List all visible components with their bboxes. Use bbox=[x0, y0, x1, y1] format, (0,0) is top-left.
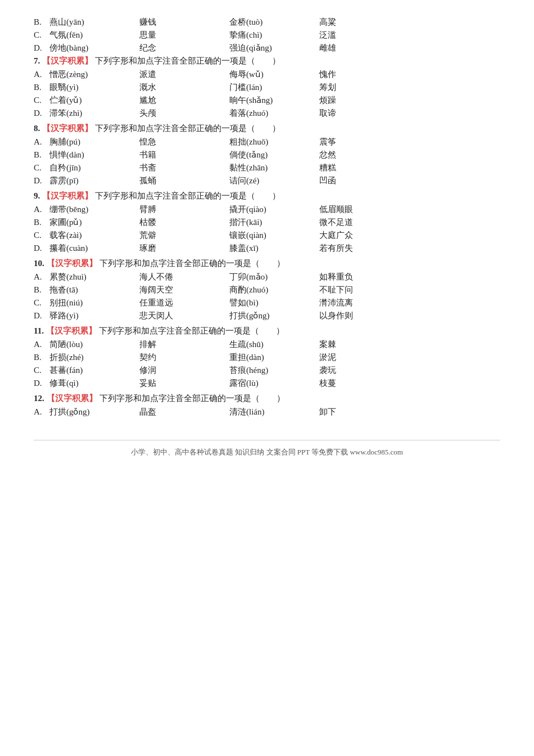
option-items-D: 傍地(bàng) 纪念 强迫(qiǎng) 雌雄 bbox=[49, 43, 392, 53]
option-row-q1-0: A.胸脯(pú)惶急粗拙(zhuō)震筝 bbox=[34, 137, 500, 147]
option-item-q2-0-3: 低眉顺眼 bbox=[319, 204, 392, 215]
question-tag-5: 【汉字积累】 bbox=[47, 393, 97, 404]
option-item-q3-1-2: 商酌(zhuó) bbox=[229, 285, 302, 295]
option-letter-B: B. bbox=[34, 17, 49, 27]
option-letter-q1-3: D. bbox=[34, 176, 49, 186]
option-row-q0-1: B.眼翳(yì)溉水门槛(lán)筹划 bbox=[34, 82, 500, 93]
option-item-q1-0-2: 粗拙(zhuō) bbox=[229, 137, 302, 147]
item-b1: 燕山(yān) bbox=[49, 17, 123, 28]
item-d2: 纪念 bbox=[139, 43, 212, 53]
question-number-5: 12. bbox=[34, 394, 44, 403]
question-7: 7.【汉字积累】下列字形和加点字注音全部正确的一项是（ ）A.憎恶(zèng)派… bbox=[34, 56, 500, 119]
option-row-q4-1: B.折损(zhé)契约重担(dàn)淤泥 bbox=[34, 352, 500, 363]
option-item-q0-2-2: 晌午(shǎng) bbox=[229, 95, 302, 106]
question-9: 9.【汉字积累】下列字形和加点字注音全部正确的一项是（ ）A.绷带(bēng)臂… bbox=[34, 191, 500, 254]
option-item-q3-3-0: 驿路(yì) bbox=[49, 310, 123, 321]
option-item-q0-3-1: 头颅 bbox=[139, 108, 212, 119]
option-item-q2-0-0: 绷带(bēng) bbox=[49, 204, 123, 215]
option-item-q3-2-2: 譬如(bì) bbox=[229, 298, 302, 308]
item-c2: 思量 bbox=[139, 30, 212, 40]
option-item-q2-1-0: 家圃(pǔ) bbox=[49, 217, 123, 228]
option-item-q0-0-0: 憎恶(zèng) bbox=[49, 69, 123, 80]
option-item-q4-0-3: 案棘 bbox=[319, 339, 392, 350]
questions-container: 7.【汉字积累】下列字形和加点字注音全部正确的一项是（ ）A.憎恶(zèng)派… bbox=[34, 56, 500, 417]
option-item-q2-3-1: 琢磨 bbox=[139, 243, 212, 254]
question-number-4: 11. bbox=[34, 326, 44, 336]
option-items-q3-2: 别扭(niú)任重道远譬如(bì)潸沛流离 bbox=[49, 298, 392, 308]
option-item-q5-0-1: 晶盔 bbox=[139, 407, 212, 417]
option-item-q4-0-0: 简陋(lòu) bbox=[49, 339, 123, 350]
option-letter-q0-1: B. bbox=[34, 83, 49, 92]
option-item-q4-1-2: 重担(dàn) bbox=[229, 352, 302, 363]
option-row-q0-3: D.滞笨(zhì)头颅着落(zhuó)取谛 bbox=[34, 108, 500, 119]
question-header-0: 7.【汉字积累】下列字形和加点字注音全部正确的一项是（ ） bbox=[34, 56, 500, 66]
option-item-q4-1-0: 折损(zhé) bbox=[49, 352, 123, 363]
option-item-q1-3-3: 凹函 bbox=[319, 176, 392, 186]
option-letter-q0-0: A. bbox=[34, 70, 49, 79]
item-b2: 赚钱 bbox=[139, 17, 212, 28]
option-letter-q4-2: C. bbox=[34, 366, 49, 375]
question-header-3: 10.【汉字积累】下列字形和加点字注音全部正确的一项是（ ） bbox=[34, 258, 500, 269]
option-row-q3-2: C.别扭(niú)任重道远譬如(bì)潸沛流离 bbox=[34, 298, 500, 308]
option-letter-q1-1: B. bbox=[34, 150, 49, 160]
option-item-q4-0-2: 生疏(shū) bbox=[229, 339, 302, 350]
question-header-1: 8.【汉字积累】下列字形和加点字注音全部正确的一项是（ ） bbox=[34, 123, 500, 134]
option-item-q2-2-2: 镶嵌(qiàn) bbox=[229, 230, 302, 241]
footer-text: 小学、初中、高中各种试卷真题 知识归纳 文案合同 PPT 等免费下载 www.d… bbox=[131, 448, 403, 456]
item-b3: 金桥(tuò) bbox=[229, 17, 302, 28]
option-letter-D: D. bbox=[34, 43, 49, 53]
option-item-q2-1-1: 枯髅 bbox=[139, 217, 212, 228]
option-item-q1-1-1: 书籍 bbox=[139, 150, 212, 160]
option-items-C: 气氛(fēn) 思量 挚痛(chì) 泛滥 bbox=[49, 30, 392, 40]
question-number-0: 7. bbox=[34, 56, 40, 66]
item-c4: 泛滥 bbox=[319, 30, 392, 40]
option-item-q0-0-2: 侮辱(wǔ) bbox=[229, 69, 302, 80]
option-item-q2-0-1: 臂膊 bbox=[139, 204, 212, 215]
option-items-q0-2: 伫着(yǔ)尴尬晌午(shǎng)烦躁 bbox=[49, 95, 392, 106]
option-letter-q0-2: C. bbox=[34, 96, 49, 105]
option-item-q4-3-0: 修葺(qì) bbox=[49, 378, 123, 389]
question-header-4: 11.【汉字积累】下列字形和加点字注音全部正确的一项是（ ） bbox=[34, 326, 500, 336]
top-options-section: B. 燕山(yān) 赚钱 金桥(tuò) 高粱 C. 气氛(fēn) 思量 挚… bbox=[34, 17, 500, 53]
option-letter-q3-1: B. bbox=[34, 285, 49, 295]
question-number-1: 8. bbox=[34, 124, 40, 133]
option-item-q1-2-3: 糟糕 bbox=[319, 163, 392, 173]
option-item-q4-2-0: 甚蕃(fán) bbox=[49, 365, 123, 376]
option-item-q3-0-2: 丁卯(mǎo) bbox=[229, 272, 302, 282]
option-item-q1-1-0: 惧惮(dàn) bbox=[49, 150, 123, 160]
option-item-q3-0-0: 累赘(zhuì) bbox=[49, 272, 123, 282]
option-item-q4-0-1: 排解 bbox=[139, 339, 212, 350]
question-10: 10.【汉字积累】下列字形和加点字注音全部正确的一项是（ ）A.累赘(zhuì)… bbox=[34, 258, 500, 321]
option-items-q0-3: 滞笨(zhì)头颅着落(zhuó)取谛 bbox=[49, 108, 392, 119]
option-items-B: 燕山(yān) 赚钱 金桥(tuò) 高粱 bbox=[49, 17, 392, 28]
item-d3: 强迫(qiǎng) bbox=[229, 43, 302, 53]
option-items-q4-2: 甚蕃(fán)修润苔痕(héng)袭玩 bbox=[49, 365, 392, 376]
option-item-q2-1-2: 揩汗(kāi) bbox=[229, 217, 302, 228]
option-items-q0-1: 眼翳(yì)溉水门槛(lán)筹划 bbox=[49, 82, 392, 93]
option-letter-q4-3: D. bbox=[34, 379, 49, 388]
question-header-2: 9.【汉字积累】下列字形和加点字注音全部正确的一项是（ ） bbox=[34, 191, 500, 201]
option-item-q0-3-0: 滞笨(zhì) bbox=[49, 108, 123, 119]
option-row-q2-0: A.绷带(bēng)臂膊撬开(qiào)低眉顺眼 bbox=[34, 204, 500, 215]
option-item-q1-2-0: 自矜(jīn) bbox=[49, 163, 123, 173]
question-intro-5: 下列字形和加点字注音全部正确的一项是（ ） bbox=[99, 393, 285, 404]
option-row-q3-0: A.累赘(zhuì)海人不倦丁卯(mǎo)如释重负 bbox=[34, 272, 500, 282]
option-row-q0-2: C.伫着(yǔ)尴尬晌午(shǎng)烦躁 bbox=[34, 95, 500, 106]
option-items-q1-0: 胸脯(pú)惶急粗拙(zhuō)震筝 bbox=[49, 137, 392, 147]
question-8: 8.【汉字积累】下列字形和加点字注音全部正确的一项是（ ）A.胸脯(pú)惶急粗… bbox=[34, 123, 500, 186]
option-letter-q4-1: B. bbox=[34, 353, 49, 362]
option-item-q1-0-1: 惶急 bbox=[139, 137, 212, 147]
option-item-q3-2-0: 别扭(niú) bbox=[49, 298, 123, 308]
option-item-q3-3-3: 以身作则 bbox=[319, 310, 392, 321]
option-item-q3-3-2: 打拱(gǒng) bbox=[229, 310, 302, 321]
option-letter-q2-0: A. bbox=[34, 205, 49, 214]
option-item-q1-0-3: 震筝 bbox=[319, 137, 392, 147]
option-items-q3-1: 拖沓(tā)海阔天空商酌(zhuó)不耻下问 bbox=[49, 285, 392, 295]
option-item-q3-1-3: 不耻下问 bbox=[319, 285, 392, 295]
option-item-q0-2-3: 烦躁 bbox=[319, 95, 392, 106]
option-letter-q5-0: A. bbox=[34, 407, 49, 417]
option-letter-q4-0: A. bbox=[34, 340, 49, 349]
option-item-q4-1-3: 淤泥 bbox=[319, 352, 392, 363]
option-item-q1-3-0: 霹雳(pī) bbox=[49, 176, 123, 186]
option-item-q0-0-1: 派遣 bbox=[139, 69, 212, 80]
